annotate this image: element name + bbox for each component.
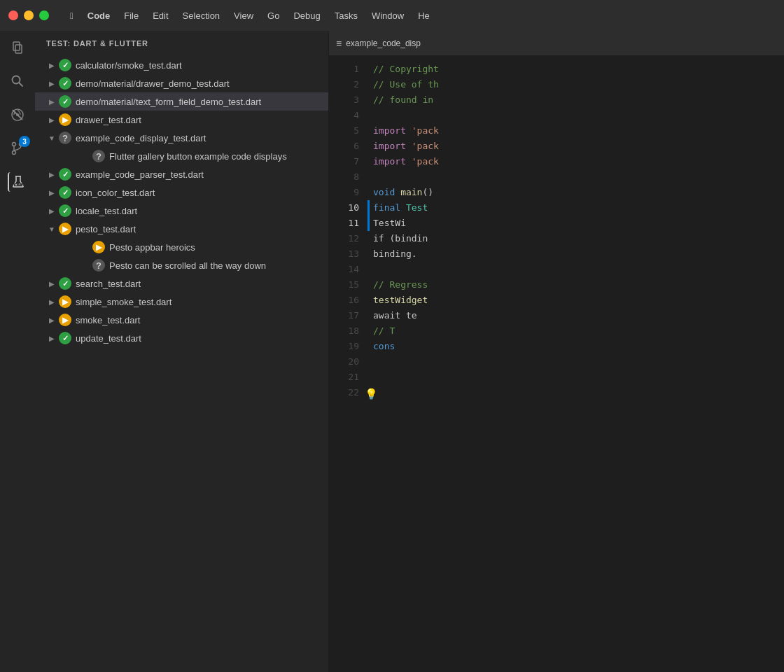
code-line-17: await te <box>368 308 784 323</box>
code-line-8 <box>368 169 784 185</box>
lightbulb-icon[interactable]: 💡 <box>368 386 378 402</box>
line-num-21: 21 <box>348 370 359 385</box>
test-item-pesto-appbar[interactable]: ▶ Pesto appbar heroics <box>35 238 328 256</box>
test-item-example-code-display[interactable]: ? example_code_display_test.dart <box>35 129 328 147</box>
test-item-flutter-gallery-desc[interactable]: ? Flutter gallery button example code di… <box>35 147 328 165</box>
test-item-text-form-field[interactable]: ✓ demo/material/text_form_field_demo_tes… <box>35 92 328 111</box>
test-item-label: locale_test.dart <box>76 206 323 216</box>
test-item-simple-smoke[interactable]: ▶ simple_smoke_test.dart <box>35 293 328 311</box>
test-item-locale[interactable]: ✓ locale_test.dart <box>35 202 328 220</box>
editor-tab-title[interactable]: example_code_disp <box>346 38 421 48</box>
line-num-2: 2 <box>354 77 359 92</box>
test-item-label: demo/material/drawer_demo_test.dart <box>76 78 323 89</box>
svg-line-3 <box>19 83 22 86</box>
code-line-3: // found in <box>368 92 784 108</box>
status-passed-icon: ✓ <box>59 77 71 90</box>
line-num-19: 19 <box>348 339 359 354</box>
test-item-label: example_code_parser_test.dart <box>76 169 323 180</box>
search-icon[interactable] <box>8 71 27 91</box>
line-num-20: 20 <box>348 354 359 370</box>
flask-icon[interactable] <box>8 172 27 192</box>
code-line-14 <box>368 262 784 277</box>
status-passed-icon: ✓ <box>59 332 71 344</box>
test-item-icon-color[interactable]: ✓ icon_color_test.dart <box>35 183 328 202</box>
svg-rect-0 <box>13 42 20 50</box>
test-item-label: pesto_test.dart <box>76 224 323 234</box>
help-menu[interactable]: He <box>411 8 437 24</box>
test-item-label: smoke_test.dart <box>76 315 323 326</box>
code-line-13: binding. <box>368 246 784 262</box>
chevron-right-icon <box>46 114 57 125</box>
editor-tab-bar: ≡ example_code_disp <box>329 31 784 56</box>
minimize-button[interactable] <box>24 10 34 20</box>
source-control-badge: 3 <box>19 136 30 147</box>
test-item-drawer-test[interactable]: ▶ drawer_test.dart <box>35 111 328 129</box>
close-button[interactable] <box>8 10 18 20</box>
chevron-right-icon <box>46 332 57 344</box>
tasks-menu[interactable]: Tasks <box>328 8 365 24</box>
tab-icon: ≡ <box>336 38 342 49</box>
status-running-icon: ▶ <box>59 314 71 326</box>
test-item-pesto-scroll[interactable]: ? Pesto can be scrolled all the way down <box>35 256 328 274</box>
sidebar-header: TEST: DART & FLUTTER <box>35 31 328 53</box>
apple-menu[interactable]:  <box>63 8 80 24</box>
chevron-right-icon <box>46 187 57 198</box>
test-item-label: calculator/smoke_test.dart <box>76 60 323 71</box>
test-item-drawer-demo[interactable]: ✓ demo/material/drawer_demo_test.dart <box>35 74 328 92</box>
test-item-label: Pesto appbar heroics <box>109 242 323 253</box>
code-line-9: void main() <box>368 185 784 200</box>
chevron-down-icon <box>46 132 57 144</box>
test-item-smoke[interactable]: ▶ smoke_test.dart <box>35 311 328 329</box>
line-num-15: 15 <box>348 277 359 293</box>
main-layout: 3 TEST: DART & FLUTTER ✓ calculator/smok… <box>0 31 784 672</box>
code-area[interactable]: // Copyright // Use of th // found in im… <box>368 56 784 672</box>
svg-point-6 <box>16 113 19 116</box>
window-menu[interactable]: Window <box>365 8 411 24</box>
edit-menu[interactable]: Edit <box>146 8 175 24</box>
test-item-calculator[interactable]: ✓ calculator/smoke_test.dart <box>35 56 328 74</box>
status-unknown-icon: ? <box>92 259 105 272</box>
no-connection-icon[interactable] <box>8 105 27 125</box>
svg-rect-1 <box>15 45 22 53</box>
test-list: ✓ calculator/smoke_test.dart ✓ demo/mate… <box>35 53 328 672</box>
traffic-lights <box>8 10 49 20</box>
code-line-6: import 'pack <box>368 139 784 154</box>
active-line-cursor <box>368 200 370 216</box>
test-item-pesto[interactable]: ▶ pesto_test.dart <box>35 220 328 238</box>
chevron-right-icon <box>46 78 57 89</box>
line-numbers: 1 2 3 4 5 6 7 8 9 10 11 12 13 14 15 16 1… <box>329 56 368 672</box>
test-item-update[interactable]: ✓ update_test.dart <box>35 329 328 347</box>
line-num-10: 10 <box>348 200 359 216</box>
source-control-icon[interactable]: 3 <box>8 139 27 158</box>
code-menu[interactable]: Code <box>80 8 118 24</box>
line-num-22: 22 <box>348 385 359 400</box>
chevron-right-icon <box>46 59 57 71</box>
code-line-18: // T <box>368 323 784 339</box>
chevron-right-icon <box>46 205 57 216</box>
explorer-icon[interactable] <box>8 38 27 57</box>
code-line-11: TestWi <box>368 216 784 231</box>
view-menu[interactable]: View <box>227 8 260 24</box>
go-menu[interactable]: Go <box>260 8 286 24</box>
test-item-search[interactable]: ✓ search_test.dart <box>35 274 328 293</box>
svg-rect-11 <box>14 183 22 186</box>
test-item-label: example_code_display_test.dart <box>76 133 323 144</box>
test-item-label: Flutter gallery button example code disp… <box>109 151 323 162</box>
line-num-11: 11 <box>348 216 359 231</box>
selection-menu[interactable]: Selection <box>176 8 227 24</box>
svg-point-9 <box>13 151 16 155</box>
maximize-button[interactable] <box>39 10 49 20</box>
status-passed-icon: ✓ <box>59 95 71 108</box>
line-num-3: 3 <box>354 92 359 108</box>
status-running-icon: ▶ <box>59 223 71 235</box>
test-item-label: demo/material/text_form_field_demo_test.… <box>76 97 323 107</box>
editor-content: 1 2 3 4 5 6 7 8 9 10 11 12 13 14 15 16 1… <box>329 56 784 672</box>
line-num-5: 5 <box>354 123 359 139</box>
test-item-example-code-parser[interactable]: ✓ example_code_parser_test.dart <box>35 165 328 183</box>
svg-point-12 <box>15 184 17 186</box>
code-line-15: // Regress <box>368 277 784 293</box>
test-explorer-sidebar: TEST: DART & FLUTTER ✓ calculator/smoke_… <box>35 31 329 672</box>
code-line-1: // Copyright <box>368 62 784 77</box>
debug-menu[interactable]: Debug <box>286 8 327 24</box>
file-menu[interactable]: File <box>117 8 146 24</box>
